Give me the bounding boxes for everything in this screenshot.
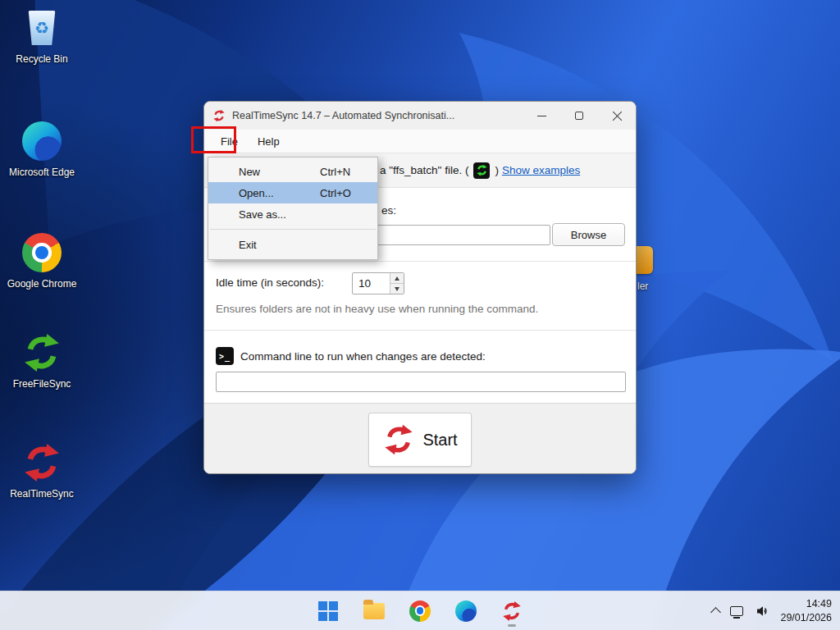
start-button-icon [382,423,415,456]
caption-buttons [523,102,636,130]
desktop-icon-label: Recycle Bin [2,53,82,66]
ffs-batch-file-icon [473,162,490,179]
show-examples-link[interactable]: Show examples [502,164,580,176]
command-section: >_ Command line to run when changes are … [204,331,636,403]
idle-time-value[interactable]: 10 [353,273,390,294]
windows-logo-icon [318,601,338,621]
menu-item-open[interactable]: Open... Ctrl+O [208,182,377,203]
idle-time-section: Idle time (in seconds): 10 Ensures folde… [204,262,636,331]
command-line-input[interactable] [216,372,626,392]
taskbar-center-icons [312,591,528,630]
menu-item-shortcut: Ctrl+O [320,187,351,199]
close-icon [612,111,623,121]
menu-item-save-as[interactable]: Save as... [208,203,377,225]
browse-button[interactable]: Browse [552,223,625,246]
spinner-buttons [390,273,404,294]
desktop-icon-freefilesync[interactable]: FreeFileSync [2,331,82,390]
tray-overflow-chevron-icon[interactable] [711,607,722,618]
menu-help[interactable]: Help [248,131,290,152]
intro-text-prefix: a "ffs_batch" file. ( [380,164,468,176]
menu-item-label: Save as... [239,208,286,221]
desktop-screen: Recycle Bin Microsoft Edge Google Chrome… [0,0,840,630]
clock-time: 14:49 [780,597,832,611]
menu-item-shortcut: Ctrl+N [320,166,350,178]
intro-text-row: a "ffs_batch" file. ( ) Show examples [380,153,580,187]
volume-icon[interactable] [756,605,769,618]
start-menu-button[interactable] [312,595,345,628]
intro-text-suffix: ) [495,164,499,176]
start-button[interactable]: Start [368,413,472,467]
spin-down-icon [395,287,399,291]
minimize-button[interactable] [523,102,560,130]
edge-icon [455,600,477,622]
realtimesync-icon [501,600,523,622]
window-titlebar[interactable]: RealTimeSync 14.7 – Automated Synchronis… [204,102,636,130]
file-dropdown-menu: New Ctrl+N Open... Ctrl+O Save as... Exi… [208,157,378,260]
system-tray: 14:49 29/01/2026 [712,591,832,630]
minimize-icon [537,116,546,116]
menu-item-label: Exit [239,239,257,251]
window-app-icon [212,109,226,122]
taskbar-chrome-button[interactable] [404,595,436,628]
red-annotation-box [191,126,236,153]
folders-label-truncated: es: [381,204,396,217]
network-display-icon[interactable] [730,606,743,616]
spin-up-button[interactable] [390,273,404,283]
maximize-button[interactable] [560,102,598,130]
menubar: File Help [204,130,636,153]
partially-hidden-icon-label: ler [637,281,648,292]
recycle-bin-icon [28,11,56,45]
desktop-icon-realtimesync[interactable]: RealTimeSync [2,441,82,500]
command-line-label: Command line to run when changes are det… [240,350,486,363]
terminal-icon: >_ [216,347,234,365]
taskbar-clock[interactable]: 14:49 29/01/2026 [780,597,832,625]
folder-icon [363,603,385,619]
idle-time-hint: Ensures folders are not in heavy use whe… [216,303,538,315]
close-button[interactable] [598,102,636,130]
running-app-indicator [508,624,516,627]
edge-icon [22,121,62,161]
menu-item-new[interactable]: New Ctrl+N [208,161,377,182]
desktop-icon-microsoft-edge[interactable]: Microsoft Edge [2,120,82,179]
maximize-icon [575,112,583,120]
footer-section: Start [204,403,636,474]
idle-time-label: Idle time (in seconds): [216,276,324,289]
realtimesync-window: RealTimeSync 14.7 – Automated Synchronis… [203,101,637,474]
menu-item-exit[interactable]: Exit [208,234,377,255]
menu-item-label: New [239,166,260,178]
clock-date: 29/01/2026 [780,611,832,625]
chrome-icon [22,233,62,272]
menu-item-label: Open... [239,187,274,199]
freefilesync-icon [21,332,62,373]
taskbar-edge-button[interactable] [450,595,482,628]
taskbar-file-explorer-button[interactable] [358,595,390,628]
menu-separator [210,229,376,230]
chrome-icon [409,600,431,622]
spin-up-icon [395,276,399,281]
desktop-icon-recycle-bin[interactable]: Recycle Bin [2,7,82,66]
realtimesync-icon [21,442,62,483]
spin-down-button[interactable] [390,283,404,294]
idle-time-spinbox[interactable]: 10 [352,272,404,294]
desktop-icon-label: RealTimeSync [2,488,82,500]
desktop-icon-label: Microsoft Edge [2,167,82,179]
desktop-icon-label: FreeFileSync [2,378,82,390]
start-button-label: Start [422,431,457,450]
desktop-icon-google-chrome[interactable]: Google Chrome [2,231,82,290]
taskbar: 14:49 29/01/2026 [0,591,840,630]
taskbar-realtimesync-button[interactable] [495,595,528,628]
window-title: RealTimeSync 14.7 – Automated Synchronis… [232,110,523,121]
desktop-icon-label: Google Chrome [2,278,82,290]
